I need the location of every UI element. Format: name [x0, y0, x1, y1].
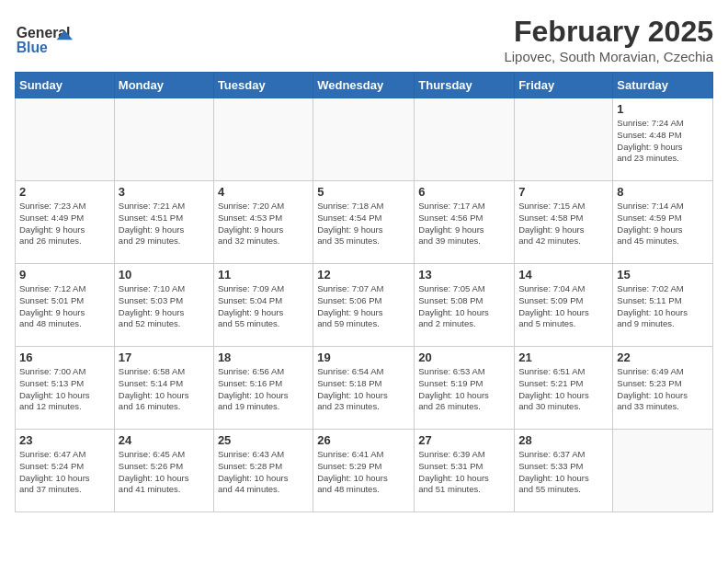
calendar-cell: 13Sunrise: 7:05 AM Sunset: 5:08 PM Dayli… [415, 264, 515, 347]
day-number: 23 [19, 433, 110, 447]
weekday-header-wednesday: Wednesday [313, 73, 415, 98]
day-info: Sunrise: 7:23 AM Sunset: 4:49 PM Dayligh… [19, 201, 110, 247]
day-number: 10 [119, 268, 210, 282]
day-number: 28 [518, 433, 609, 447]
day-info: Sunrise: 6:58 AM Sunset: 5:14 PM Dayligh… [119, 366, 210, 413]
calendar-cell: 3Sunrise: 7:21 AM Sunset: 4:51 PM Daylig… [114, 181, 213, 264]
calendar-cell: 11Sunrise: 7:09 AM Sunset: 5:04 PM Dayli… [213, 264, 313, 347]
calendar-cell [16, 98, 115, 181]
day-info: Sunrise: 6:45 AM Sunset: 5:26 PM Dayligh… [119, 449, 210, 496]
day-number: 25 [218, 433, 309, 447]
weekday-header-row: SundayMondayTuesdayWednesdayThursdayFrid… [16, 73, 713, 98]
day-info: Sunrise: 6:41 AM Sunset: 5:29 PM Dayligh… [317, 449, 410, 496]
calendar-cell: 1Sunrise: 7:24 AM Sunset: 4:48 PM Daylig… [613, 98, 713, 181]
day-number: 18 [218, 350, 309, 364]
calendar-cell: 9Sunrise: 7:12 AM Sunset: 5:01 PM Daylig… [16, 264, 115, 347]
calendar-week-row: 16Sunrise: 7:00 AM Sunset: 5:13 PM Dayli… [16, 347, 713, 430]
calendar-cell: 23Sunrise: 6:47 AM Sunset: 5:24 PM Dayli… [16, 430, 115, 512]
day-number: 21 [518, 350, 609, 364]
day-info: Sunrise: 6:39 AM Sunset: 5:31 PM Dayligh… [418, 449, 510, 496]
day-info: Sunrise: 7:04 AM Sunset: 5:09 PM Dayligh… [518, 283, 609, 330]
day-info: Sunrise: 6:56 AM Sunset: 5:16 PM Dayligh… [218, 366, 309, 413]
day-number: 19 [317, 350, 410, 364]
calendar-table: SundayMondayTuesdayWednesdayThursdayFrid… [15, 72, 713, 512]
day-info: Sunrise: 6:54 AM Sunset: 5:18 PM Dayligh… [317, 366, 410, 413]
page-header: General Blue February 2025 Lipovec, Sout… [15, 15, 713, 64]
day-info: Sunrise: 7:00 AM Sunset: 5:13 PM Dayligh… [19, 366, 110, 413]
day-info: Sunrise: 6:47 AM Sunset: 5:24 PM Dayligh… [19, 449, 110, 496]
day-info: Sunrise: 7:05 AM Sunset: 5:08 PM Dayligh… [418, 283, 510, 330]
logo-svg: General Blue [15, 15, 79, 61]
day-info: Sunrise: 6:37 AM Sunset: 5:33 PM Dayligh… [518, 449, 609, 496]
calendar-cell [613, 430, 713, 512]
calendar-week-row: 1Sunrise: 7:24 AM Sunset: 4:48 PM Daylig… [16, 98, 713, 181]
day-number: 11 [218, 268, 309, 282]
day-info: Sunrise: 7:10 AM Sunset: 5:03 PM Dayligh… [119, 283, 210, 330]
logo: General Blue [15, 15, 79, 61]
calendar-cell: 22Sunrise: 6:49 AM Sunset: 5:23 PM Dayli… [613, 347, 713, 430]
calendar-cell: 7Sunrise: 7:15 AM Sunset: 4:58 PM Daylig… [515, 181, 613, 264]
calendar-cell [114, 98, 213, 181]
calendar-title: February 2025 [504, 15, 713, 49]
calendar-cell [515, 98, 613, 181]
calendar-cell: 16Sunrise: 7:00 AM Sunset: 5:13 PM Dayli… [16, 347, 115, 430]
day-info: Sunrise: 6:53 AM Sunset: 5:19 PM Dayligh… [418, 366, 510, 413]
day-info: Sunrise: 6:49 AM Sunset: 5:23 PM Dayligh… [617, 366, 709, 413]
calendar-cell: 19Sunrise: 6:54 AM Sunset: 5:18 PM Dayli… [313, 347, 415, 430]
day-info: Sunrise: 7:14 AM Sunset: 4:59 PM Dayligh… [617, 201, 709, 247]
day-info: Sunrise: 7:02 AM Sunset: 5:11 PM Dayligh… [617, 283, 709, 330]
day-number: 15 [617, 268, 709, 282]
day-number: 22 [617, 350, 709, 364]
calendar-cell: 4Sunrise: 7:20 AM Sunset: 4:53 PM Daylig… [213, 181, 313, 264]
calendar-cell: 28Sunrise: 6:37 AM Sunset: 5:33 PM Dayli… [515, 430, 613, 512]
day-number: 6 [418, 185, 510, 199]
day-number: 26 [317, 433, 410, 447]
calendar-week-row: 2Sunrise: 7:23 AM Sunset: 4:49 PM Daylig… [16, 181, 713, 264]
day-number: 17 [119, 350, 210, 364]
calendar-cell: 26Sunrise: 6:41 AM Sunset: 5:29 PM Dayli… [313, 430, 415, 512]
day-number: 5 [317, 185, 410, 199]
day-info: Sunrise: 7:15 AM Sunset: 4:58 PM Dayligh… [518, 201, 609, 247]
day-number: 3 [119, 185, 210, 199]
weekday-header-sunday: Sunday [16, 73, 115, 98]
weekday-header-monday: Monday [114, 73, 213, 98]
calendar-cell: 25Sunrise: 6:43 AM Sunset: 5:28 PM Dayli… [213, 430, 313, 512]
day-info: Sunrise: 7:07 AM Sunset: 5:06 PM Dayligh… [317, 283, 410, 330]
weekday-header-thursday: Thursday [415, 73, 515, 98]
calendar-cell: 18Sunrise: 6:56 AM Sunset: 5:16 PM Dayli… [213, 347, 313, 430]
day-info: Sunrise: 7:21 AM Sunset: 4:51 PM Dayligh… [119, 201, 210, 247]
day-info: Sunrise: 7:20 AM Sunset: 4:53 PM Dayligh… [218, 201, 309, 247]
svg-text:Blue: Blue [17, 40, 48, 55]
day-info: Sunrise: 6:43 AM Sunset: 5:28 PM Dayligh… [218, 449, 309, 496]
calendar-cell [313, 98, 415, 181]
weekday-header-tuesday: Tuesday [213, 73, 313, 98]
day-number: 24 [119, 433, 210, 447]
calendar-cell: 15Sunrise: 7:02 AM Sunset: 5:11 PM Dayli… [613, 264, 713, 347]
calendar-week-row: 9Sunrise: 7:12 AM Sunset: 5:01 PM Daylig… [16, 264, 713, 347]
day-info: Sunrise: 7:12 AM Sunset: 5:01 PM Dayligh… [19, 283, 110, 330]
day-info: Sunrise: 7:24 AM Sunset: 4:48 PM Dayligh… [617, 118, 709, 165]
calendar-cell: 24Sunrise: 6:45 AM Sunset: 5:26 PM Dayli… [114, 430, 213, 512]
calendar-cell: 8Sunrise: 7:14 AM Sunset: 4:59 PM Daylig… [613, 181, 713, 264]
day-number: 12 [317, 268, 410, 282]
calendar-cell: 21Sunrise: 6:51 AM Sunset: 5:21 PM Dayli… [515, 347, 613, 430]
weekday-header-friday: Friday [515, 73, 613, 98]
day-info: Sunrise: 7:17 AM Sunset: 4:56 PM Dayligh… [418, 201, 510, 247]
day-number: 14 [518, 268, 609, 282]
calendar-cell [213, 98, 313, 181]
calendar-cell: 5Sunrise: 7:18 AM Sunset: 4:54 PM Daylig… [313, 181, 415, 264]
day-number: 27 [418, 433, 510, 447]
day-info: Sunrise: 7:09 AM Sunset: 5:04 PM Dayligh… [218, 283, 309, 330]
day-number: 1 [617, 102, 709, 116]
calendar-subtitle: Lipovec, South Moravian, Czechia [504, 49, 713, 64]
weekday-header-saturday: Saturday [613, 73, 713, 98]
day-number: 4 [218, 185, 309, 199]
calendar-cell: 14Sunrise: 7:04 AM Sunset: 5:09 PM Dayli… [515, 264, 613, 347]
day-info: Sunrise: 6:51 AM Sunset: 5:21 PM Dayligh… [518, 366, 609, 413]
calendar-cell: 10Sunrise: 7:10 AM Sunset: 5:03 PM Dayli… [114, 264, 213, 347]
day-number: 7 [518, 185, 609, 199]
calendar-cell: 2Sunrise: 7:23 AM Sunset: 4:49 PM Daylig… [16, 181, 115, 264]
day-number: 8 [617, 185, 709, 199]
calendar-cell [415, 98, 515, 181]
calendar-cell: 6Sunrise: 7:17 AM Sunset: 4:56 PM Daylig… [415, 181, 515, 264]
